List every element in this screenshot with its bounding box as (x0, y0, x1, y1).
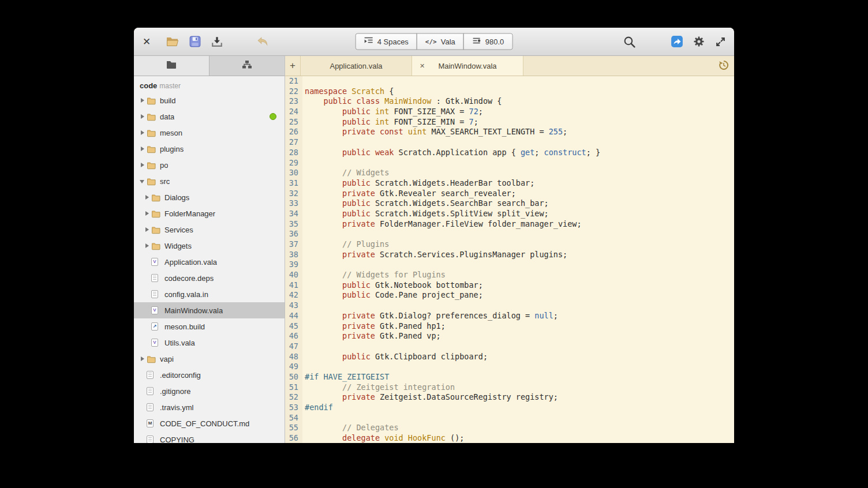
tree-file-.travis.yml[interactable]: .travis.yml (134, 399, 285, 415)
folder-icon (147, 128, 156, 137)
undo-icon[interactable] (256, 36, 269, 47)
code-line: private Gtk.Revealer search_revealer; (305, 189, 734, 199)
folder-icon (151, 225, 161, 234)
modified-badge (270, 113, 276, 120)
tree-folder-vapi[interactable]: vapi (134, 351, 285, 367)
tree-folder-widgets[interactable]: Widgets (134, 238, 285, 254)
file-label: Services (164, 226, 193, 234)
file-label: plugins (160, 145, 184, 153)
tree-file-config.vala.in[interactable]: config.vala.in (134, 286, 285, 302)
open-folder-icon[interactable] (166, 36, 179, 47)
expander-icon[interactable] (139, 161, 147, 169)
text-icon (151, 273, 161, 283)
tree-file-meson.build[interactable]: ↗meson.build (134, 318, 285, 335)
goto-line-button[interactable]: 980.0 (463, 33, 513, 50)
expander-icon[interactable] (139, 129, 147, 137)
expander-icon[interactable] (143, 209, 151, 217)
code-line: namespace Scratch { (305, 87, 734, 97)
line-number: 37 (285, 239, 298, 250)
project-name: code (140, 81, 157, 90)
file-label: CODE_OF_CONDUCT.md (160, 419, 249, 428)
folder-icon (147, 160, 156, 170)
close-tab-icon[interactable]: ✕ (420, 62, 425, 70)
expander-icon[interactable] (139, 355, 147, 363)
history-button[interactable] (713, 56, 734, 76)
project-header[interactable]: codemaster (134, 76, 285, 92)
file-label: COPYING (160, 436, 194, 444)
expander-icon[interactable] (143, 242, 151, 250)
settings-gear-icon[interactable] (693, 35, 705, 48)
tree-file-code_of_conduct.md[interactable]: MCODE_OF_CONDUCT.md (134, 415, 285, 431)
expander-icon[interactable] (139, 145, 147, 153)
window-close-button[interactable]: ✕ (141, 36, 152, 48)
tree-file-copying[interactable]: COPYING (134, 431, 285, 443)
code-line (305, 301, 734, 311)
code-line: private Zeitgeist.DataSourceRegistry reg… (305, 392, 734, 403)
tree-folder-services[interactable]: Services (134, 222, 285, 238)
code-line: private const uint MAX_SEARCH_TEXT_LENGT… (305, 127, 734, 137)
files-view-tab[interactable] (134, 56, 209, 76)
line-number: 54 (285, 413, 298, 423)
fullscreen-icon[interactable] (715, 36, 726, 47)
save-icon[interactable] (211, 36, 223, 47)
line-number: 41 (285, 280, 298, 291)
code-line: public Scratch.Widgets.SearchBar search_… (305, 198, 734, 209)
tree-folder-meson[interactable]: meson (134, 125, 285, 141)
tree-folder-plugins[interactable]: plugins (134, 141, 285, 157)
expander-icon[interactable] (139, 112, 147, 121)
line-number: 29 (285, 158, 298, 168)
tree-file-application.vala[interactable]: VApplication.vala (134, 254, 285, 270)
tree-folder-dialogs[interactable]: Dialogs (134, 189, 285, 205)
tree-folder-src[interactable]: src (134, 173, 285, 189)
outline-view-tab[interactable] (209, 56, 285, 76)
tab-width-button[interactable]: 4 Spaces (356, 33, 417, 50)
line-number: 56 (285, 433, 298, 443)
tree-folder-data[interactable]: data (134, 108, 285, 125)
language-button[interactable]: </> Vala (417, 33, 464, 50)
tree-file-mainwindow.vala[interactable]: VMainWindow.vala (134, 302, 285, 318)
file-tree-rows: builddatamesonpluginsposrcDialogsFolderM… (134, 92, 285, 443)
tree-file-codecore.deps[interactable]: codecore.deps (134, 270, 285, 286)
code-line (305, 229, 734, 239)
share-icon[interactable] (671, 35, 683, 48)
file-label: MainWindow.vala (164, 306, 223, 315)
expander-icon[interactable] (139, 177, 147, 185)
tree-file-.gitignore[interactable]: .gitignore (134, 383, 285, 399)
expander-spacer (143, 274, 151, 282)
file-label: Widgets (164, 242, 192, 250)
code-line: private Scratch.Services.PluginsManager … (305, 250, 734, 260)
text-icon (151, 290, 161, 299)
tree-file-.editorconfig[interactable]: .editorconfig (134, 367, 285, 383)
tab-label: MainWindow.vala (438, 62, 496, 70)
code-line: public Scratch.Widgets.HeaderBar toolbar… (305, 178, 734, 189)
tree-file-utils.vala[interactable]: VUtils.vala (134, 335, 285, 351)
line-number: 24 (285, 107, 298, 117)
tree-folder-build[interactable]: build (134, 92, 285, 108)
code-line (305, 137, 734, 148)
line-number: 55 (285, 423, 298, 433)
code-text: namespace Scratch { public class MainWin… (302, 76, 734, 443)
line-number: 34 (285, 209, 298, 219)
tree-folder-po[interactable]: po (134, 157, 285, 173)
tab-mainwindow-vala[interactable]: ✕ MainWindow.vala (412, 56, 523, 76)
code-line: // Plugins (305, 239, 734, 250)
new-tab-button[interactable]: + (285, 56, 300, 76)
expander-icon[interactable] (139, 96, 147, 104)
file-label: meson (160, 129, 182, 137)
text-icon (147, 370, 156, 380)
code-editor[interactable]: 2122232425262728293031323334353637383940… (285, 76, 734, 443)
project-branch: master (159, 82, 181, 90)
code-line: // Delegates (305, 423, 734, 433)
code-line: private Gtk.Paned vp; (305, 331, 734, 341)
expander-icon[interactable] (143, 193, 151, 201)
line-number: 48 (285, 352, 298, 362)
search-icon[interactable] (623, 35, 636, 48)
tab-application-vala[interactable]: Application.vala (300, 56, 412, 76)
save-as-icon[interactable] (189, 36, 201, 47)
expander-spacer (139, 371, 147, 379)
tree-folder-foldermanager[interactable]: FolderManager (134, 205, 285, 222)
code-editor-window: ✕ 4 Spaces </> Vala (134, 28, 734, 443)
expander-icon[interactable] (143, 226, 151, 234)
folder-icon (147, 144, 156, 153)
file-label: data (160, 112, 174, 121)
